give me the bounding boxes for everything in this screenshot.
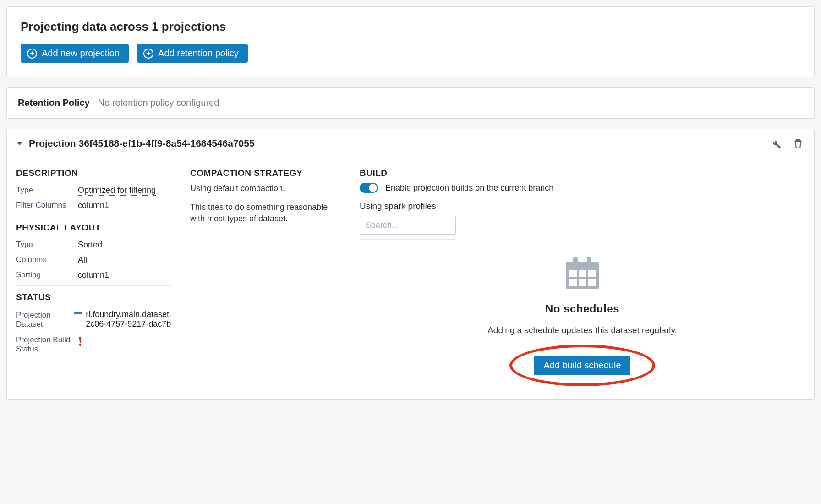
- compaction-heading: COMPACTION STRATEGY: [190, 168, 341, 178]
- status-dataset-label: Projection Dataset: [16, 310, 74, 329]
- status-build-label: Projection Build Status: [16, 334, 78, 354]
- add-retention-label: Add retention policy: [158, 48, 239, 59]
- projection-count: 1: [152, 20, 158, 33]
- wrench-icon[interactable]: [769, 137, 781, 149]
- description-column: DESCRIPTION Type Optimized for filtering…: [7, 158, 181, 399]
- enable-builds-label: Enable projection builds on the current …: [385, 183, 553, 193]
- phys-columns-label: Columns: [16, 255, 78, 265]
- trash-icon[interactable]: [792, 137, 804, 149]
- phys-type-label: Type: [16, 240, 78, 250]
- compaction-line1: Using default compaction.: [190, 183, 341, 194]
- projections-summary-title: Projecting data across 1 projections: [21, 20, 800, 34]
- projection-card: Projection 36f45188-ef1b-4ff9-8a54-16845…: [6, 129, 815, 400]
- spark-profiles-label: Using spark profiles: [360, 201, 805, 211]
- build-column: BUILD Enable projection builds on the cu…: [350, 158, 814, 399]
- highlight-annotation: Add build schedule: [509, 345, 655, 386]
- projection-dataset-link[interactable]: ri.foundry.main.dataset. 2c06-4757-9217-…: [74, 310, 171, 329]
- title-suffix: projections: [159, 20, 226, 33]
- add-build-schedule-button[interactable]: Add build schedule: [534, 356, 630, 375]
- status-heading: STATUS: [16, 292, 171, 302]
- add-build-schedule-label: Add build schedule: [543, 360, 621, 370]
- svg-rect-6: [587, 257, 591, 264]
- phys-sorting-value: column1: [78, 270, 171, 280]
- desc-type-value: Optimized for filtering: [78, 186, 156, 196]
- retention-policy-card: Retention Policy No retention policy con…: [6, 87, 815, 119]
- desc-type-label: Type: [16, 186, 78, 195]
- exclamation-icon: !: [78, 334, 82, 349]
- no-schedules-title: No schedules: [360, 302, 805, 315]
- caret-down-icon: [17, 142, 22, 145]
- retention-policy-value: No retention policy configured: [98, 98, 219, 108]
- svg-rect-5: [573, 257, 578, 264]
- add-retention-policy-button[interactable]: + Add retention policy: [137, 44, 248, 63]
- dataset-icon: [74, 312, 82, 318]
- add-projection-label: Add new projection: [42, 48, 120, 59]
- no-schedules-subtitle: Adding a schedule updates this dataset r…: [360, 325, 805, 335]
- desc-filter-label: Filter Columns: [16, 201, 78, 210]
- status-dataset-value: ri.foundry.main.dataset. 2c06-4757-9217-…: [86, 310, 171, 329]
- compaction-column: COMPACTION STRATEGY Using default compac…: [181, 158, 350, 399]
- retention-policy-label: Retention Policy: [18, 98, 90, 108]
- description-heading: DESCRIPTION: [16, 168, 171, 178]
- projection-title: Projection 36f45188-ef1b-4ff9-8a54-16845…: [29, 138, 769, 149]
- spark-profile-search-input[interactable]: [360, 216, 456, 235]
- plus-circle-icon: +: [143, 49, 153, 59]
- projections-summary-card: Projecting data across 1 projections + A…: [6, 6, 815, 77]
- physical-heading: PHYSICAL LAYOUT: [16, 223, 171, 233]
- desc-filter-value: column1: [78, 201, 171, 210]
- projection-header[interactable]: Projection 36f45188-ef1b-4ff9-8a54-16845…: [7, 129, 814, 158]
- add-new-projection-button[interactable]: + Add new projection: [21, 44, 129, 63]
- build-heading: BUILD: [360, 168, 805, 178]
- phys-sorting-label: Sorting: [16, 270, 78, 280]
- phys-columns-value: All: [78, 255, 171, 265]
- calendar-icon: [564, 256, 601, 293]
- enable-builds-toggle[interactable]: [360, 183, 378, 193]
- plus-circle-icon: +: [27, 49, 37, 59]
- phys-type-value: Sorted: [78, 240, 171, 250]
- compaction-line2: This tries to do something reasonable wi…: [190, 202, 341, 225]
- title-prefix: Projecting data across: [21, 20, 152, 33]
